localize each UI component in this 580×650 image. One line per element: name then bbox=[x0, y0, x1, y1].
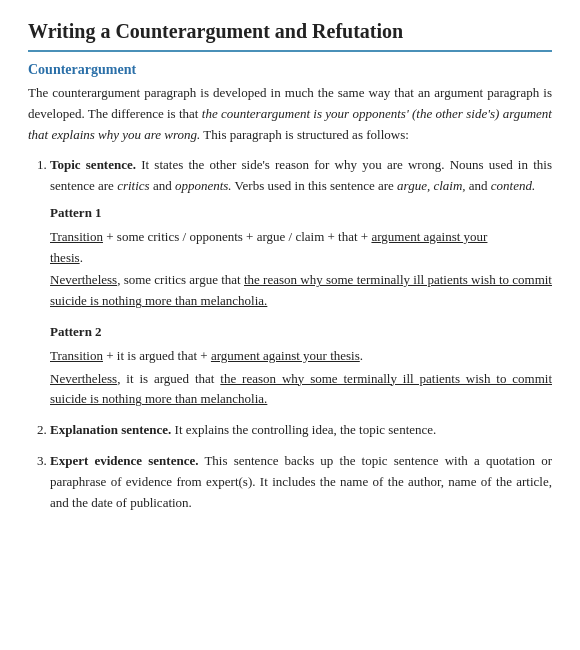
list-item-3: Expert evidence sentence. This sentence … bbox=[50, 451, 552, 513]
list-item-1-content: Topic sentence. It states the other side… bbox=[50, 157, 552, 193]
main-list: Topic sentence. It states the other side… bbox=[50, 155, 552, 513]
pattern-2-nevertheless: Nevertheless bbox=[50, 371, 117, 386]
topic-sentence-italic1: critics bbox=[117, 178, 150, 193]
pattern-1-title: Pattern 1 bbox=[50, 203, 552, 224]
pattern-1-transition: Transition bbox=[50, 229, 103, 244]
pattern-2-transition: Transition bbox=[50, 348, 103, 363]
topic-sentence-italic4: contend. bbox=[491, 178, 535, 193]
list-item-2: Explanation sentence. It explains the co… bbox=[50, 420, 552, 441]
page-title: Writing a Counterargument and Refutation bbox=[28, 18, 552, 44]
pattern-1-block: Pattern 1 Transition + some critics / op… bbox=[50, 203, 552, 312]
pattern-2-formula: Transition + it is argued that + argumen… bbox=[50, 346, 552, 367]
explanation-text: It explains the controlling idea, the to… bbox=[171, 422, 436, 437]
explanation-label: Explanation sentence. bbox=[50, 422, 171, 437]
expert-label: Expert evidence sentence. bbox=[50, 453, 198, 468]
topic-sentence-text-after: and bbox=[466, 178, 491, 193]
topic-sentence-mid1: and bbox=[150, 178, 175, 193]
intro-text-after: This paragraph is structured as follows: bbox=[200, 127, 408, 142]
pattern-1-formula-mid: + some critics / opponents + argue / cla… bbox=[103, 229, 371, 244]
pattern-1-nevertheless: Nevertheless bbox=[50, 272, 117, 287]
topic-sentence-italic3: argue, claim, bbox=[397, 178, 465, 193]
section-heading: Counterargument bbox=[28, 62, 552, 78]
pattern-1-period: . bbox=[80, 250, 83, 265]
pattern-2-example: Nevertheless, it is argued that the reas… bbox=[50, 369, 552, 411]
topic-sentence-mid2: Verbs used in this sentence are bbox=[232, 178, 397, 193]
title-divider bbox=[28, 50, 552, 52]
pattern-2-formula-mid: + it is argued that + bbox=[103, 348, 211, 363]
intro-paragraph: The counterargument paragraph is develop… bbox=[28, 83, 552, 145]
pattern-2-period: . bbox=[360, 348, 363, 363]
pattern-2-example-text: , it is argued that bbox=[117, 371, 220, 386]
pattern-2-title: Pattern 2 bbox=[50, 322, 552, 343]
pattern-2-arg: argument against your thesis bbox=[211, 348, 360, 363]
pattern-1-example: Nevertheless, some critics argue that th… bbox=[50, 270, 552, 312]
topic-sentence-italic2: opponents. bbox=[175, 178, 232, 193]
list-item-1: Topic sentence. It states the other side… bbox=[50, 155, 552, 410]
topic-sentence-label: Topic sentence. bbox=[50, 157, 136, 172]
pattern-2-block: Pattern 2 Transition + it is argued that… bbox=[50, 322, 552, 410]
pattern-1-example-text: , some critics argue that bbox=[117, 272, 244, 287]
pattern-1-formula: Transition + some critics / opponents + … bbox=[50, 227, 552, 269]
